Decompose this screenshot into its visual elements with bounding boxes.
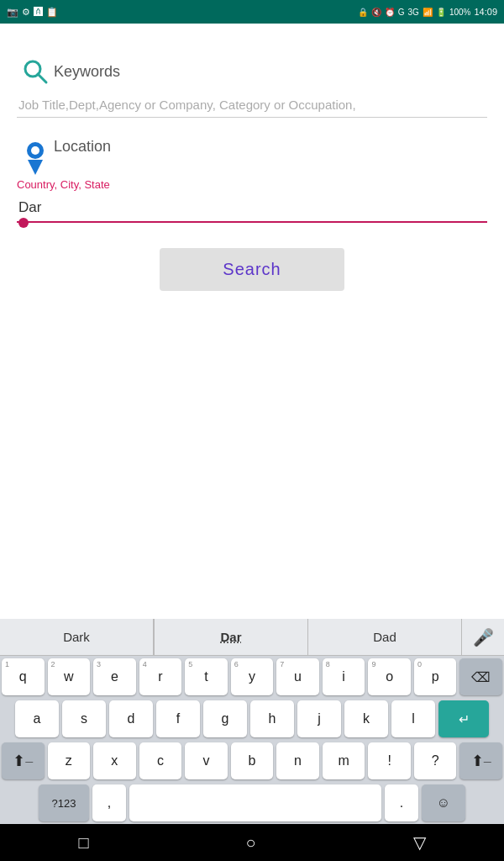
nav-recents[interactable]: ▽	[396, 826, 443, 859]
status-right-icons: 🔒 🔇 ⏰ G 3G 📶 🔋 100% 14:09	[358, 7, 497, 17]
key-comma[interactable]: ,	[92, 784, 126, 821]
network-g: G	[398, 8, 405, 17]
key-period[interactable]: .	[385, 784, 418, 821]
key-z[interactable]: z	[48, 742, 91, 779]
key-d[interactable]: d	[109, 700, 153, 737]
cursor-indicator	[18, 218, 29, 228]
key-s[interactable]: s	[62, 700, 106, 737]
key-l[interactable]: l	[391, 700, 435, 737]
key-shift-left[interactable]: ⬆—	[2, 742, 45, 779]
key-question[interactable]: ?	[414, 742, 457, 779]
keywords-label: Keywords	[54, 63, 120, 81]
location-input[interactable]	[17, 196, 487, 223]
key-c[interactable]: c	[139, 742, 182, 779]
suggestion-dark[interactable]: Dark	[0, 619, 154, 655]
key-e[interactable]: 3e	[93, 658, 136, 695]
app-icon-1: 🅰	[34, 7, 43, 17]
clock: 14:09	[474, 7, 497, 17]
search-button-wrapper: Search	[17, 248, 487, 291]
suggestion-dad[interactable]: Dad	[308, 619, 462, 655]
key-b[interactable]: b	[231, 742, 274, 779]
battery-percent: 100%	[449, 8, 471, 17]
key-t[interactable]: 5t	[185, 658, 228, 695]
lock-icon: 🔒	[358, 8, 368, 17]
key-v[interactable]: v	[185, 742, 228, 779]
location-label: Location	[54, 138, 111, 156]
network-3g: 3G	[408, 8, 419, 17]
key-num-switch[interactable]: ?123	[39, 784, 89, 821]
key-p[interactable]: 0p	[414, 658, 457, 695]
status-left-icons: 📷 ⚙ 🅰 📋	[7, 7, 58, 18]
suggestion-dar-text: Dar	[220, 630, 241, 644]
key-r[interactable]: 4r	[139, 658, 182, 695]
key-space[interactable]	[129, 784, 381, 821]
main-content: Keywords Location Country, City, State S…	[0, 24, 504, 325]
key-row-1: 1q 2w 3e 4r 5t 6y 7u 8i 9o 0p ⌫	[0, 656, 504, 698]
svg-marker-4	[28, 160, 43, 175]
key-x[interactable]: x	[93, 742, 136, 779]
location-section: Location	[17, 138, 487, 175]
location-input-wrapper	[17, 196, 487, 223]
key-row-2: a s d f g h j k l ↵	[0, 698, 504, 740]
key-q[interactable]: 1q	[2, 658, 45, 695]
keywords-input[interactable]	[17, 94, 487, 118]
keywords-input-container	[17, 94, 487, 121]
key-row-3: ⬆— z x c v b n m ! ? ⬆—	[0, 740, 504, 782]
key-exclaim[interactable]: !	[368, 742, 411, 779]
search-button[interactable]: Search	[160, 248, 344, 291]
key-h[interactable]: h	[250, 700, 294, 737]
signal-icon: 📶	[423, 8, 433, 17]
svg-point-3	[31, 146, 39, 155]
key-u[interactable]: 7u	[276, 658, 319, 695]
key-m[interactable]: m	[323, 742, 365, 779]
sim-icon: 📷	[7, 7, 18, 18]
key-o[interactable]: 9o	[368, 658, 411, 695]
location-hint: Country, City, State	[17, 178, 487, 191]
mute-icon: 🔇	[371, 8, 381, 17]
key-enter[interactable]: ↵	[438, 700, 489, 737]
bottom-nav: □ ○ ▽	[0, 824, 504, 861]
key-n[interactable]: n	[276, 742, 319, 779]
key-a[interactable]: a	[15, 700, 59, 737]
mic-button[interactable]: 🎤	[462, 627, 504, 647]
suggestion-dar[interactable]: Dar	[154, 619, 308, 655]
key-shift-right[interactable]: ⬆—	[459, 742, 502, 779]
status-bar: 📷 ⚙ 🅰 📋 🔒 🔇 ⏰ G 3G 📶 🔋 100% 14:09	[0, 0, 504, 24]
key-row-4: ?123 , . ☺	[0, 782, 504, 824]
key-j[interactable]: j	[297, 700, 341, 737]
location-icon	[17, 138, 54, 175]
svg-line-1	[38, 74, 46, 82]
key-w[interactable]: 2w	[48, 658, 91, 695]
key-k[interactable]: k	[344, 700, 388, 737]
key-emoji[interactable]: ☺	[422, 784, 465, 821]
key-g[interactable]: g	[203, 700, 247, 737]
app-icon-2: 📋	[46, 7, 58, 18]
key-i[interactable]: 8i	[323, 658, 365, 695]
keywords-section: Keywords	[17, 57, 487, 86]
key-delete[interactable]: ⌫	[459, 658, 502, 695]
key-f[interactable]: f	[156, 700, 200, 737]
key-y[interactable]: 6y	[231, 658, 274, 695]
nav-home[interactable]: ○	[229, 827, 273, 859]
keyboard: Dark Dar Dad 🎤 1q 2w 3e 4r 5t 6y 7u 8i 9…	[0, 619, 504, 824]
alarm-icon: ⏰	[385, 8, 395, 17]
suggestions-row[interactable]: Dark Dar Dad 🎤	[0, 619, 504, 656]
settings-icon: ⚙	[22, 7, 30, 18]
battery-icon: 🔋	[436, 8, 446, 17]
nav-back[interactable]: □	[61, 827, 105, 859]
search-icon	[17, 57, 54, 86]
